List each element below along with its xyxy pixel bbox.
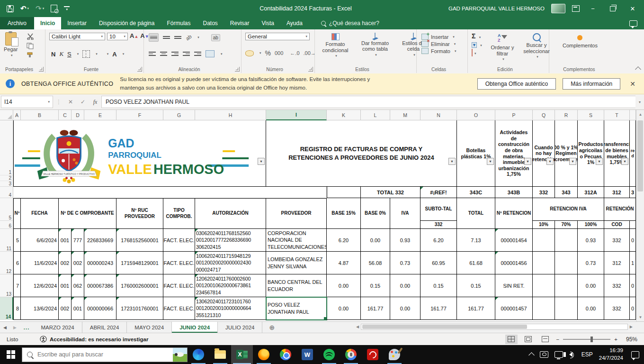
font-color-button[interactable]: A xyxy=(112,51,116,57)
tab-inicio[interactable]: Inicio xyxy=(34,17,61,29)
row-header-14-selected[interactable]: 14 xyxy=(0,297,13,320)
conditional-format-button[interactable]: Formato condicional▾ xyxy=(321,33,350,58)
cell[interactable] xyxy=(555,252,578,274)
cell-partial[interactable]: 0 xyxy=(630,229,636,252)
col-header-N[interactable]: N xyxy=(420,110,457,120)
cell-num[interactable]: 5 xyxy=(13,229,21,252)
row-header-13[interactable]: 13 xyxy=(0,274,13,297)
comments-icon[interactable] xyxy=(629,20,637,27)
cell[interactable] xyxy=(555,274,578,297)
fill-color-dropdown-icon[interactable]: ▾ xyxy=(107,52,109,56)
accounting-dropdown-icon[interactable]: ▾ xyxy=(259,51,261,55)
paste-button[interactable]: Pegar ▾ xyxy=(4,32,18,57)
hscroll-right-icon[interactable]: ▶ xyxy=(628,325,635,329)
col-header-I-selected[interactable]: I xyxy=(266,110,327,120)
cell-tipo[interactable]: FACT. ELEC. xyxy=(163,229,195,252)
font-dialog-launcher-icon[interactable] xyxy=(137,67,142,72)
account-avatar[interactable] xyxy=(551,4,565,13)
row-header-5[interactable]: 5 xyxy=(0,198,13,221)
vertical-scroll-thumb[interactable] xyxy=(637,120,643,191)
cell-fecha[interactable]: 6/6/2024 xyxy=(21,229,59,252)
zoom-out-button[interactable]: − xyxy=(556,337,560,342)
addins-button[interactable]: Complementos xyxy=(563,35,598,49)
cell-proveedor[interactable]: BANCO CENTRAL DEL ECUADOR xyxy=(266,274,327,297)
number-format-select[interactable]: General▾ xyxy=(245,33,310,40)
horizontal-scroll-thumb[interactable] xyxy=(362,325,527,329)
cell-partial[interactable]: 1 xyxy=(630,252,636,274)
row-header-2[interactable]: 2 xyxy=(0,175,13,181)
page-layout-view-button[interactable] xyxy=(522,335,535,344)
cell[interactable] xyxy=(327,187,361,198)
taskbar-word[interactable]: W xyxy=(296,345,318,364)
col-header-R[interactable]: R xyxy=(555,110,578,120)
accessibility-status[interactable]: Accesibilidad: es necesario investigar xyxy=(40,336,148,343)
col-header-B[interactable]: B xyxy=(21,110,59,120)
header-autorizacion[interactable]: AUTORIZACIÓN xyxy=(195,198,266,229)
col-header-A[interactable]: A xyxy=(13,110,21,120)
confirm-entry-icon[interactable]: ✓ xyxy=(77,99,89,105)
start-button[interactable] xyxy=(0,345,22,364)
cell-total[interactable]: 7.13 xyxy=(457,229,495,252)
language-indicator[interactable]: ESP xyxy=(581,351,593,358)
header-total[interactable]: TOTAL xyxy=(457,198,495,229)
ribbon-display-options-icon[interactable] xyxy=(572,5,580,12)
tax-header-microempresa[interactable]: 100 % y 1%.- Regimen microempresa▼ xyxy=(555,120,578,187)
clear-button[interactable]: ▾ xyxy=(472,49,482,56)
cell-num-retencion[interactable]: 000001457 xyxy=(495,297,533,320)
decrease-decimal-button[interactable]: .00→ xyxy=(304,50,316,56)
header-cod[interactable]: COD xyxy=(604,221,630,229)
percent-style-button[interactable]: % xyxy=(265,49,271,57)
cell-cod[interactable]: 332 xyxy=(604,229,630,252)
col-header-U-partial[interactable] xyxy=(630,110,636,120)
code-cell[interactable]: 332 xyxy=(533,187,555,198)
cell-cod[interactable]: 332 xyxy=(604,297,630,320)
autosum-button[interactable]: Σ ▾ xyxy=(472,32,482,40)
total-332-cell[interactable]: TOTAL 332 xyxy=(361,187,420,198)
taskbar-chrome-app[interactable] xyxy=(340,345,362,364)
row-header-6[interactable]: 6 xyxy=(0,221,13,229)
search-highlight-image[interactable] xyxy=(173,348,187,362)
cell[interactable]: 777 xyxy=(72,229,84,252)
col-header-H[interactable]: H xyxy=(195,110,266,120)
taskbar-edge[interactable] xyxy=(188,345,209,364)
col-header-S[interactable]: S xyxy=(578,110,604,120)
code-cell[interactable]: 312A xyxy=(578,187,604,198)
col-header-D[interactable]: D xyxy=(72,110,84,120)
font-size-select[interactable]: 10▾ xyxy=(107,33,128,40)
tablet-mode-icon[interactable] xyxy=(540,351,548,358)
cell[interactable]: 062 xyxy=(72,274,84,297)
cell[interactable]: 000000243 xyxy=(84,252,116,274)
cell-fecha[interactable]: 12/6/2024 xyxy=(21,274,59,297)
tax-header-agricolas[interactable]: Productos agricoilas o Pecuas 1%▼ xyxy=(578,120,604,187)
find-select-button[interactable]: Buscar y seleccionar▾ xyxy=(521,33,552,61)
tax-header-construccion[interactable]: Actividades de construcción de obra mate… xyxy=(495,120,533,187)
taskbar-search[interactable] xyxy=(22,347,188,362)
name-box[interactable]: I14▾ xyxy=(1,96,53,108)
get-office-button[interactable]: Obtenga Office auténtico xyxy=(477,78,556,90)
hidden-icons-chevron[interactable] xyxy=(528,352,535,358)
header-subtotal[interactable]: SUBTO-TAL xyxy=(420,198,457,221)
format-painter-icon[interactable] xyxy=(27,52,34,58)
header-subtotal-332[interactable]: 332 xyxy=(420,221,457,229)
undo-dropdown-icon[interactable]: ▾ xyxy=(27,7,29,10)
clipboard-dialog-launcher-icon[interactable] xyxy=(39,67,44,72)
cell-ret100[interactable]: 0.73 xyxy=(578,252,604,274)
row-header-1[interactable]: 1 xyxy=(0,120,13,175)
header-ruc[interactable]: Nº RUC PROVEEDOR xyxy=(116,198,163,229)
paste-dropdown-icon[interactable]: ▾ xyxy=(11,54,13,57)
row-header-4[interactable]: 4 xyxy=(0,187,13,198)
filter-dropdown-icon[interactable]: ▼ xyxy=(258,158,265,165)
dismiss-warning-icon[interactable]: ✕ xyxy=(627,80,638,88)
col-header-M[interactable]: M xyxy=(390,110,420,120)
taskbar-chrome[interactable] xyxy=(275,345,296,364)
cell[interactable]: 001 xyxy=(72,297,84,320)
save-button[interactable] xyxy=(7,5,14,12)
cell[interactable]: 002 xyxy=(59,252,72,274)
cell-base15[interactable]: 0.00 xyxy=(327,297,361,320)
cell-total[interactable]: 61.68 xyxy=(457,252,495,274)
cut-icon[interactable] xyxy=(27,33,34,40)
cell-total[interactable]: 0.15 xyxy=(457,274,495,297)
cell-base15[interactable]: 4.87 xyxy=(327,252,361,274)
hscroll-left-icon[interactable]: ◀ xyxy=(354,325,361,329)
font-color-dropdown-icon[interactable]: ▾ xyxy=(123,52,125,56)
